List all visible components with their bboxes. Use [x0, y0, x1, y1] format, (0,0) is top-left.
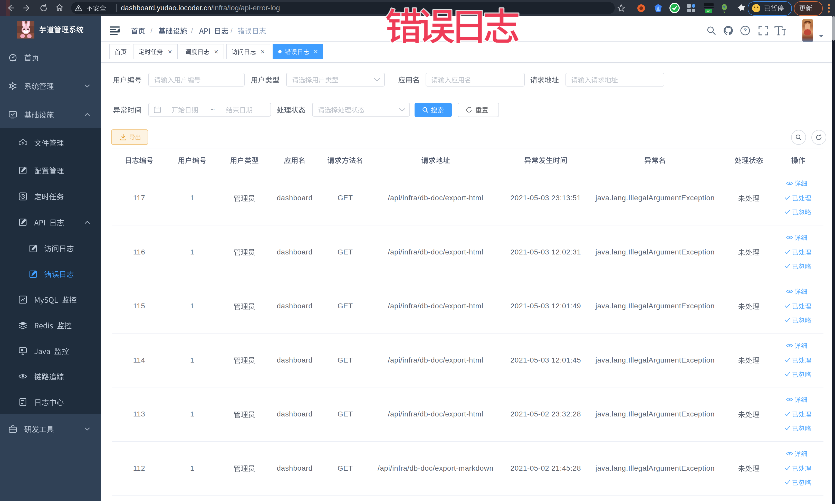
svg-text:?: ?: [744, 27, 747, 34]
svg-text:on: on: [707, 9, 710, 13]
